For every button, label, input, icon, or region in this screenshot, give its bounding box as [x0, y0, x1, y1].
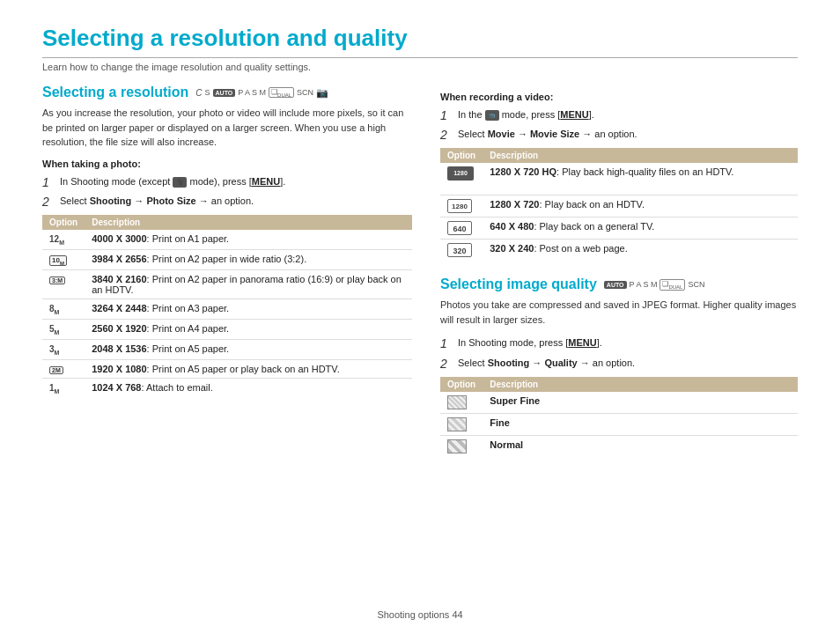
quality-options-table: Option Description Super Fine — [440, 377, 798, 457]
video-table-body: 1280HQ 1280 X 720 HQ: Play back high-qua… — [440, 163, 798, 261]
table-row: 3M 2048 X 1536: Print on A5 paper. — [42, 340, 412, 360]
option-cell: 1280 — [440, 195, 483, 217]
left-column: Selecting a resolution C S AUTO P A S M … — [42, 85, 412, 457]
auto-badge: AUTO — [213, 89, 236, 97]
quality-step-1: 1 In Shooting mode, press [MENU]. — [440, 335, 798, 351]
table-row: 10M 3984 X 2656: Print on A2 paper in wi… — [42, 249, 412, 270]
video-col-option-header: Option — [440, 148, 483, 163]
option-cell: 10M — [42, 249, 85, 270]
desc-cell: 640 X 480: Play back on a general TV. — [483, 217, 798, 240]
table-row: Normal — [440, 435, 798, 457]
320-icon: 320 — [447, 243, 472, 257]
video-camera-icon: 📹 — [485, 110, 499, 121]
resolution-body-text: As you increase the resolution, your pho… — [42, 106, 412, 150]
desc-cell: Normal — [483, 435, 798, 457]
video-step-text-2: Select Movie → Movie Size → an option. — [458, 127, 637, 142]
video-step-1: 1 In the 📹 mode, press [MENU]. — [440, 107, 798, 123]
table-row: 2M 1920 X 1080: Print on A5 paper or pla… — [42, 360, 412, 379]
1280hq-icon: 1280HQ — [447, 166, 474, 181]
option-cell: 320 — [440, 240, 483, 262]
quality-auto-badge: AUTO — [604, 281, 627, 289]
menu-key-v1: MENU — [560, 109, 588, 120]
resolution-heading-icons: C S AUTO P A S M ❑DUAL SCN 📷 — [195, 87, 328, 99]
desc-cell: 1920 X 1080: Print on A5 paper or play b… — [85, 360, 412, 379]
quality-step-text-1: In Shooting mode, press [MENU]. — [458, 335, 602, 350]
video-col-desc-header: Description — [483, 148, 798, 163]
resolution-heading-text: Selecting a resolution — [42, 85, 188, 100]
desc-cell: 1280 X 720 HQ: Play back high-quality fi… — [483, 163, 798, 195]
desc-cell: 2560 X 1920: Print on A4 paper. — [85, 320, 412, 340]
page-title: Selecting a resolution and quality — [42, 25, 798, 58]
quality-heading-text: Selecting image quality — [440, 276, 597, 292]
option-cell: 640 — [440, 217, 483, 240]
camera-icon: 🎥 — [173, 177, 187, 188]
option-cell: 5M — [42, 320, 85, 340]
table-row: 640 640 X 480: Play back on a general TV… — [440, 217, 798, 240]
video-step-num-2: 2 — [440, 127, 453, 143]
640-icon: 640 — [447, 221, 472, 235]
option-cell: 3:M — [42, 270, 85, 299]
photo-col-option-header: Option — [42, 215, 85, 230]
option-cell — [440, 392, 483, 414]
photo-options-table: Option Description 12M 4000 X 3000: Prin… — [42, 215, 412, 399]
page-footer: Shooting options 44 — [0, 609, 840, 620]
page: Selecting a resolution and quality Learn… — [0, 0, 840, 634]
1280-icon: 1280 — [447, 199, 472, 213]
quality-step-num-1: 1 — [440, 335, 453, 351]
table-row: 3:M 3840 X 2160: Print on A2 paper in pa… — [42, 270, 412, 299]
video-sub-heading: When recording a video: — [440, 92, 798, 102]
desc-cell: 320 X 240: Post on a web page. — [483, 240, 798, 262]
desc-cell: Fine — [483, 413, 798, 435]
option-cell: 2M — [42, 360, 85, 379]
menu-key-q1: MENU — [568, 337, 596, 348]
step-num-1: 1 — [42, 174, 55, 190]
quality-col-desc-header: Description — [483, 377, 798, 392]
quality-table-body: Super Fine Fine Normal — [440, 392, 798, 457]
right-column: When recording a video: 1 In the 📹 mode,… — [440, 85, 798, 457]
step-num-2: 2 — [42, 194, 55, 210]
photo-step-2: 2 Select Shooting → Photo Size → an opti… — [42, 194, 412, 210]
menu-key-1: MENU — [252, 176, 280, 187]
option-cell: 1280HQ — [440, 163, 483, 195]
option-cell: 1M — [42, 379, 85, 399]
photo-table-body: 12M 4000 X 3000: Print on A1 paper. 10M … — [42, 230, 412, 399]
table-row: 1M 1024 X 768: Attach to email. — [42, 379, 412, 399]
table-row: 1280HQ 1280 X 720 HQ: Play back high-qua… — [440, 163, 798, 195]
table-row: 320 320 X 240: Post on a web page. — [440, 240, 798, 262]
table-row: 8M 3264 X 2448: Print on A3 paper. — [42, 299, 412, 320]
quality-heading: Selecting image quality AUTO P A S M ❑DU… — [440, 276, 798, 292]
normal-icon — [447, 439, 467, 453]
video-table-head: Option Description — [440, 148, 798, 163]
quality-step-2: 2 Select Shooting → Quality → an option. — [440, 356, 798, 372]
quality-col-option-header: Option — [440, 377, 483, 392]
table-row: 12M 4000 X 3000: Print on A1 paper. — [42, 230, 412, 250]
photo-sub-heading: When taking a photo: — [42, 158, 412, 169]
option-cell: 3M — [42, 340, 85, 360]
option-cell: 12M — [42, 230, 85, 250]
desc-cell: 3840 X 2160: Print on A2 paper in panora… — [85, 270, 412, 299]
option-cell — [440, 435, 483, 457]
quality-table-head: Option Description — [440, 377, 798, 392]
resolution-heading: Selecting a resolution C S AUTO P A S M … — [42, 85, 412, 100]
photo-table-head: Option Description — [42, 215, 412, 230]
quality-step-text-2: Select Shooting → Quality → an option. — [458, 356, 635, 371]
photo-col-desc-header: Description — [85, 215, 412, 230]
table-row: Fine — [440, 413, 798, 435]
desc-cell: Super Fine — [483, 392, 798, 414]
photo-step-1: 1 In Shooting mode (except 🎥 mode), pres… — [42, 174, 412, 190]
video-step-num-1: 1 — [440, 107, 453, 123]
two-column-layout: Selecting a resolution C S AUTO P A S M … — [42, 85, 798, 457]
desc-cell: 3984 X 2656: Print on A2 paper in wide r… — [85, 249, 412, 270]
video-step-text-1: In the 📹 mode, press [MENU]. — [458, 107, 594, 122]
table-row: 5M 2560 X 1920: Print on A4 paper. — [42, 320, 412, 340]
video-options-table: Option Description 1280HQ 1280 X 720 HQ:… — [440, 148, 798, 261]
fine-icon — [447, 417, 467, 431]
desc-cell: 4000 X 3000: Print on A1 paper. — [85, 230, 412, 250]
option-cell: 8M — [42, 299, 85, 320]
desc-cell: 1024 X 768: Attach to email. — [85, 379, 412, 399]
desc-cell: 3264 X 2448: Print on A3 paper. — [85, 299, 412, 320]
table-row: Super Fine — [440, 392, 798, 414]
quality-heading-icons: AUTO P A S M ❑DUAL SCN — [604, 279, 705, 291]
step-text-1: In Shooting mode (except 🎥 mode), press … — [60, 174, 285, 189]
quality-body-text: Photos you take are compressed and saved… — [440, 298, 798, 327]
